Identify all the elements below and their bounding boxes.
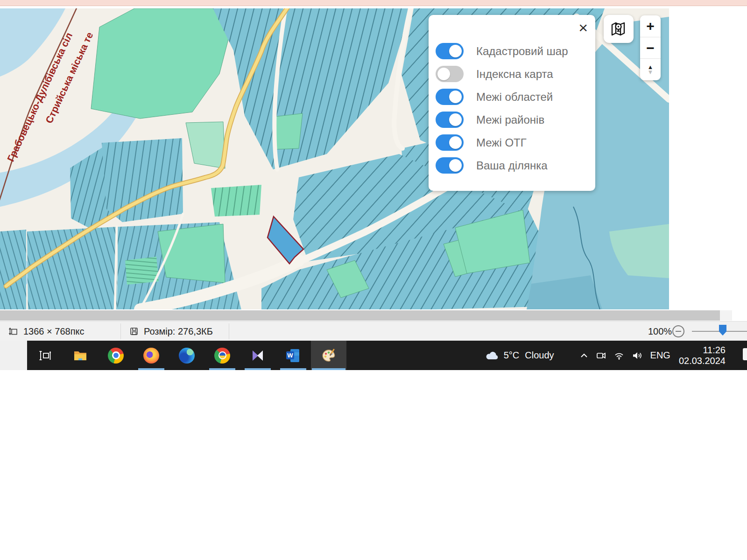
chrome-icon bbox=[108, 348, 124, 364]
word-button[interactable]: W bbox=[275, 341, 311, 370]
toggle-cadastral-layer[interactable] bbox=[436, 43, 464, 59]
close-icon[interactable]: × bbox=[578, 20, 588, 35]
statusbar-divider bbox=[229, 323, 229, 339]
minimap-button[interactable] bbox=[604, 15, 634, 43]
camera-icon bbox=[596, 351, 606, 360]
network-button[interactable] bbox=[614, 351, 624, 360]
zoom-out-canvas-button[interactable] bbox=[672, 325, 684, 337]
tray-expand-button[interactable] bbox=[579, 351, 589, 360]
canvas-top-edge bbox=[0, 0, 747, 6]
toggle-your-parcel[interactable] bbox=[436, 157, 464, 174]
arrow-down-icon: ▼ bbox=[648, 70, 654, 75]
layer-row-oblast-borders: Межі областей bbox=[436, 89, 595, 105]
screen: Грабовецько-Дулібівська сіл Стрийська мі… bbox=[0, 0, 747, 560]
taskbar: W 5°C Cloudy bbox=[0, 341, 747, 370]
word-icon: W bbox=[285, 348, 301, 364]
kmplayer-button[interactable] bbox=[240, 341, 275, 370]
layer-label: Ваша ділянка bbox=[476, 159, 548, 172]
toggle-knob bbox=[449, 45, 462, 57]
taskbar-clock[interactable]: 11:26 02.03.2024 bbox=[679, 345, 726, 366]
canvas-size-icon bbox=[8, 326, 19, 336]
layer-label: Межі районів bbox=[476, 113, 544, 126]
edge-icon bbox=[179, 348, 195, 364]
save-icon bbox=[129, 326, 139, 336]
layer-row-index-map: Індексна карта bbox=[436, 66, 595, 82]
taskbar-apps: W bbox=[27, 341, 346, 370]
scrollbar-thumb[interactable] bbox=[0, 310, 720, 321]
kmplayer-icon bbox=[250, 348, 265, 363]
toggle-otg-borders[interactable] bbox=[436, 134, 464, 151]
layer-row-cadastral: Кадастровий шар bbox=[436, 43, 595, 59]
zoom-slider-handle[interactable] bbox=[719, 325, 726, 336]
weather-condition[interactable]: Cloudy bbox=[525, 350, 554, 361]
map-with-pin-icon bbox=[610, 21, 627, 37]
layer-row-otg-borders: Межі ОТГ bbox=[436, 134, 595, 151]
taskbar-left-gap bbox=[0, 341, 27, 370]
toggle-knob bbox=[449, 136, 462, 149]
toggle-index-map[interactable] bbox=[436, 66, 464, 82]
zoom-out-button[interactable]: − bbox=[640, 37, 661, 59]
layers-panel: × Кадастровий шар Індексна карта Межі об… bbox=[429, 15, 595, 191]
file-explorer-button[interactable] bbox=[63, 341, 98, 370]
file-explorer-icon bbox=[72, 348, 88, 363]
zoom-in-button[interactable]: + bbox=[640, 15, 661, 37]
task-view-icon bbox=[38, 349, 52, 363]
paint-icon bbox=[321, 348, 337, 364]
layer-row-your-parcel: Ваша ділянка bbox=[436, 157, 595, 174]
layer-row-raion-borders: Межі районів bbox=[436, 112, 595, 128]
weather-temperature[interactable]: 5°C bbox=[504, 350, 520, 361]
system-tray: 5°C Cloudy bbox=[485, 341, 747, 370]
layer-label: Індексна карта bbox=[476, 68, 553, 81]
zoom-level: 100% bbox=[648, 322, 672, 341]
task-view-button[interactable] bbox=[27, 341, 63, 370]
language-indicator[interactable]: ENG bbox=[650, 350, 670, 361]
map-zoom-controls: + − ▲ ▼ bbox=[640, 15, 661, 80]
horizontal-scrollbar[interactable] bbox=[0, 310, 732, 321]
chrome-ukraine-button[interactable] bbox=[204, 341, 240, 370]
chrome-ukraine-icon bbox=[214, 348, 230, 364]
statusbar-divider bbox=[120, 323, 121, 339]
edge-button[interactable] bbox=[169, 341, 204, 370]
volume-button[interactable] bbox=[632, 351, 643, 360]
paint-status-bar: 1366 × 768пкс Розмір: 276,3КБ 100% bbox=[0, 321, 747, 341]
weather-cloud-icon bbox=[485, 350, 499, 361]
speaker-icon bbox=[632, 351, 643, 360]
file-size-text: Розмір: 276,3КБ bbox=[144, 326, 213, 337]
tilt-control[interactable]: ▲ ▼ bbox=[640, 58, 661, 80]
toggle-oblast-borders[interactable] bbox=[436, 89, 464, 105]
layer-label: Кадастровий шар bbox=[476, 45, 568, 58]
chevron-up-icon bbox=[579, 351, 589, 360]
dimensions-text: 1366 × 768пкс bbox=[23, 326, 84, 337]
chrome-button[interactable] bbox=[98, 341, 134, 370]
clock-time: 11:26 bbox=[679, 345, 726, 356]
layer-label: Межі областей bbox=[476, 91, 553, 104]
meet-now-button[interactable] bbox=[596, 351, 606, 360]
layer-label: Межі ОТГ bbox=[476, 136, 527, 149]
toggle-knob bbox=[437, 68, 450, 80]
wifi-icon bbox=[614, 351, 624, 360]
toggle-raion-borders[interactable] bbox=[436, 112, 464, 128]
toggle-knob bbox=[449, 91, 462, 103]
toggle-knob bbox=[449, 113, 462, 126]
firefox-button[interactable] bbox=[134, 341, 169, 370]
toggle-knob bbox=[449, 159, 462, 172]
file-size: Розмір: 276,3КБ bbox=[129, 322, 213, 341]
clock-date: 02.03.2024 bbox=[679, 356, 726, 366]
canvas-dimensions: 1366 × 768пкс bbox=[8, 322, 84, 341]
paint-button[interactable] bbox=[311, 341, 346, 370]
svg-text:W: W bbox=[287, 352, 293, 359]
firefox-icon bbox=[143, 348, 159, 364]
notification-edge-icon[interactable] bbox=[743, 348, 747, 360]
